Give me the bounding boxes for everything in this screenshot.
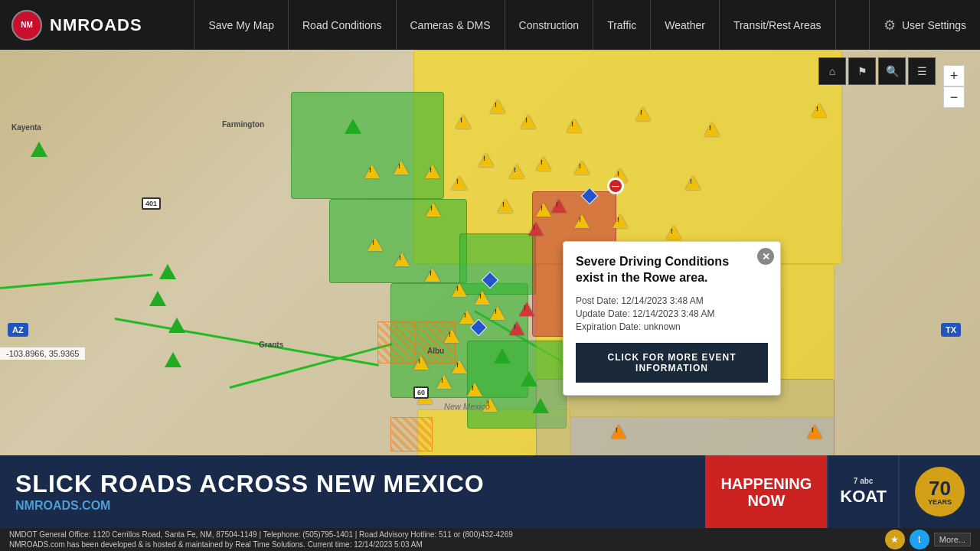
flag-icon: ⚑ xyxy=(858,65,867,77)
warning-icon xyxy=(467,383,482,396)
gear-icon: ⚙ xyxy=(884,17,896,34)
warning-icon xyxy=(413,356,429,370)
warning-icon xyxy=(425,268,440,282)
warning-icon xyxy=(452,283,467,297)
city-label: Kayenta xyxy=(11,123,41,132)
warning-icon xyxy=(574,161,590,174)
warning-icon xyxy=(551,199,567,213)
green-region xyxy=(329,199,467,283)
warning-icon xyxy=(490,99,505,113)
green-road-marker xyxy=(345,119,361,134)
warning-icon xyxy=(452,176,467,190)
main-nav: Save My Map Road Conditions Cameras & DM… xyxy=(161,0,869,50)
coordinates-bar: -103.8966, 35.9365 xyxy=(0,347,85,360)
warning-icon xyxy=(490,306,505,320)
footer-text: NMDOT General Office: 1120 Cerrillos Roa… xyxy=(9,530,513,549)
warning-icon xyxy=(394,253,410,266)
warning-icon xyxy=(807,425,822,439)
user-settings-button[interactable]: ⚙ User Settings xyxy=(869,0,980,50)
warning-icon xyxy=(426,203,441,217)
nav-road-conditions[interactable]: Road Conditions xyxy=(289,0,397,50)
warning-icon xyxy=(612,214,628,228)
header: NM NMROADS Save My Map Road Conditions C… xyxy=(0,0,980,50)
road-closure-marker: — xyxy=(607,178,624,194)
warning-icon xyxy=(368,237,383,251)
zoom-controls: + − xyxy=(943,65,965,108)
green-road-marker xyxy=(165,352,181,367)
news-right-area: HAPPENING NOW 7 abc KOAT 70 YEARS xyxy=(705,455,980,528)
green-region xyxy=(459,233,536,295)
warning-icon xyxy=(519,302,534,316)
tx-state-badge: TX xyxy=(941,323,961,337)
warning-icon xyxy=(394,161,409,174)
years-number: 70 xyxy=(929,478,951,498)
nav-transit-rest[interactable]: Transit/Rest Areas xyxy=(720,0,836,50)
home-tool-button[interactable]: ⌂ xyxy=(818,57,846,85)
warning-icon xyxy=(704,122,720,136)
warning-icon xyxy=(666,226,681,240)
zoom-in-button[interactable]: + xyxy=(943,65,965,86)
warning-icon xyxy=(456,115,471,129)
green-road-marker xyxy=(159,264,176,279)
koat-logo-area: 7 abc KOAT xyxy=(827,455,898,528)
road-sign: 60 xyxy=(413,386,429,399)
logo-text: NMROADS xyxy=(50,15,142,35)
map-toolbar: ⌂ ⚑ 🔍 ☰ xyxy=(818,57,936,85)
koat-logo: 7 abc KOAT xyxy=(840,477,887,507)
footer: NMDOT General Office: 1120 Cerrillos Roa… xyxy=(0,528,980,551)
warning-icon xyxy=(436,375,452,389)
warning-icon xyxy=(425,165,440,178)
green-road-marker xyxy=(532,398,549,413)
nav-save-my-map[interactable]: Save My Map xyxy=(194,0,289,50)
footer-twitter-button[interactable]: t xyxy=(910,530,929,549)
logo-area: NM NMROADS xyxy=(0,10,161,41)
hatch-area xyxy=(390,417,433,452)
green-road-marker xyxy=(168,318,185,333)
warning-icon xyxy=(444,329,459,343)
city-label: Albu xyxy=(427,347,444,355)
popup-cta-button[interactable]: CLICK FOR MORE EVENT INFORMATION xyxy=(576,343,768,383)
user-settings-label: User Settings xyxy=(902,19,966,31)
nav-construction[interactable]: Construction xyxy=(505,0,594,50)
footer-icons: ★ t More... xyxy=(885,530,971,549)
search-icon: 🔍 xyxy=(886,65,899,77)
green-road-marker xyxy=(31,142,47,157)
popup-close-button[interactable]: ✕ xyxy=(757,248,774,265)
zoom-out-button[interactable]: − xyxy=(943,86,965,108)
road-sign: 401 xyxy=(142,197,161,210)
hatch-area xyxy=(377,321,416,364)
yellow-region xyxy=(413,50,842,264)
logo-icon: NM xyxy=(11,10,42,41)
popup-update-date: Update Date: 12/14/2023 3:48 AM xyxy=(576,308,768,319)
warning-icon xyxy=(509,165,524,178)
popup-post-date: Post Date: 12/14/2023 3:48 AM xyxy=(576,295,768,306)
flag-tool-button[interactable]: ⚑ xyxy=(848,57,876,85)
happening-now-badge: HAPPENING NOW xyxy=(705,455,827,528)
years-badge: 70 YEARS xyxy=(915,467,965,517)
koat-text: KOAT xyxy=(840,487,887,507)
green-road-marker xyxy=(149,291,166,306)
footer-star-button[interactable]: ★ xyxy=(885,530,905,549)
warning-icon xyxy=(536,157,551,171)
warning-icon xyxy=(812,103,827,117)
nav-cameras-dms[interactable]: Cameras & DMS xyxy=(397,0,505,50)
state-label: New Mexico xyxy=(444,402,490,411)
happening-text: HAPPENING NOW xyxy=(720,475,812,509)
warning-icon xyxy=(635,107,651,121)
more-button[interactable]: More... xyxy=(934,533,971,546)
layers-tool-button[interactable]: ☰ xyxy=(908,57,936,85)
warning-icon xyxy=(567,119,582,132)
nav-traffic[interactable]: Traffic xyxy=(593,0,651,50)
popup-expiration-date: Expiration Date: unknown xyxy=(576,321,768,332)
warning-icon xyxy=(498,199,513,213)
warning-icon xyxy=(364,165,380,178)
news-headline: SLICK ROADS ACROSS NEW MEXICO xyxy=(15,471,690,497)
nav-weather[interactable]: Weather xyxy=(651,0,720,50)
search-tool-button[interactable]: 🔍 xyxy=(878,57,906,85)
home-icon: ⌂ xyxy=(829,65,835,77)
warning-icon xyxy=(509,321,524,335)
news-subline: NMROADS.COM xyxy=(15,499,690,513)
event-popup: ✕ Severe Driving Conditions exist in the… xyxy=(563,241,781,396)
warning-icon xyxy=(536,203,551,217)
map-area[interactable]: — Kayenta Farmington Grants Albu New Mex… xyxy=(0,50,980,455)
